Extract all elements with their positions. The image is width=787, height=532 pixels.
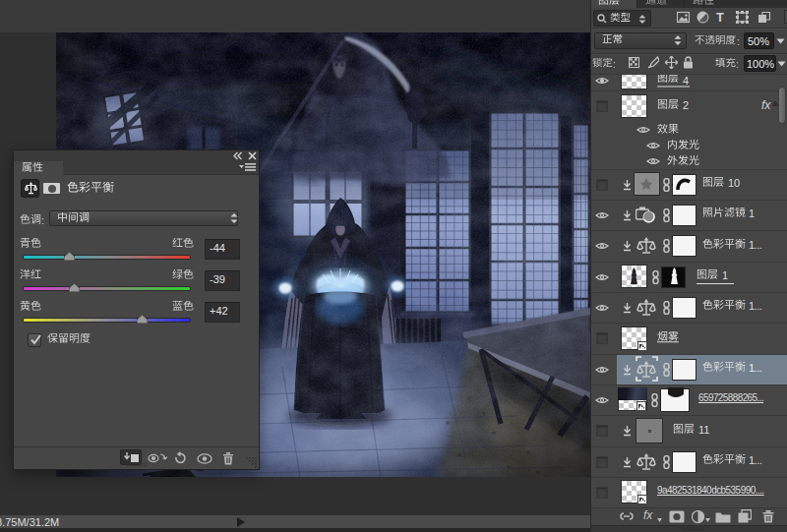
svg-text:4: 4 — [683, 75, 689, 87]
